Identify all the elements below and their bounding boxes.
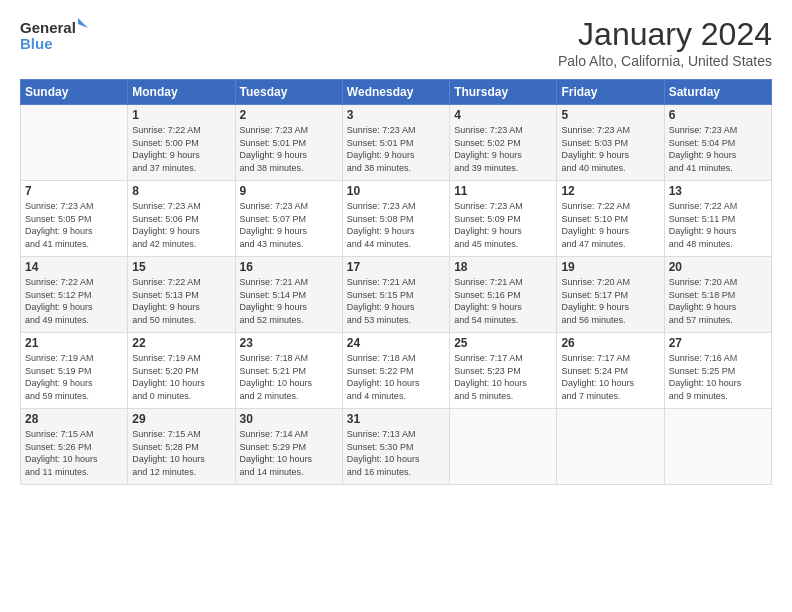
day-info: Sunrise: 7:13 AM Sunset: 5:30 PM Dayligh…	[347, 428, 445, 478]
day-info: Sunrise: 7:20 AM Sunset: 5:18 PM Dayligh…	[669, 276, 767, 326]
table-row: 8Sunrise: 7:23 AM Sunset: 5:06 PM Daylig…	[128, 181, 235, 257]
calendar-week-row: 28Sunrise: 7:15 AM Sunset: 5:26 PM Dayli…	[21, 409, 772, 485]
table-row	[450, 409, 557, 485]
day-number: 18	[454, 260, 552, 274]
table-row: 1Sunrise: 7:22 AM Sunset: 5:00 PM Daylig…	[128, 105, 235, 181]
calendar-week-row: 7Sunrise: 7:23 AM Sunset: 5:05 PM Daylig…	[21, 181, 772, 257]
day-number: 3	[347, 108, 445, 122]
day-info: Sunrise: 7:23 AM Sunset: 5:04 PM Dayligh…	[669, 124, 767, 174]
day-info: Sunrise: 7:23 AM Sunset: 5:07 PM Dayligh…	[240, 200, 338, 250]
day-info: Sunrise: 7:19 AM Sunset: 5:19 PM Dayligh…	[25, 352, 123, 402]
day-number: 12	[561, 184, 659, 198]
day-info: Sunrise: 7:14 AM Sunset: 5:29 PM Dayligh…	[240, 428, 338, 478]
table-row: 17Sunrise: 7:21 AM Sunset: 5:15 PM Dayli…	[342, 257, 449, 333]
col-sunday: Sunday	[21, 80, 128, 105]
table-row: 2Sunrise: 7:23 AM Sunset: 5:01 PM Daylig…	[235, 105, 342, 181]
calendar-body: 1Sunrise: 7:22 AM Sunset: 5:00 PM Daylig…	[21, 105, 772, 485]
table-row: 7Sunrise: 7:23 AM Sunset: 5:05 PM Daylig…	[21, 181, 128, 257]
day-number: 13	[669, 184, 767, 198]
day-info: Sunrise: 7:23 AM Sunset: 5:05 PM Dayligh…	[25, 200, 123, 250]
day-number: 7	[25, 184, 123, 198]
day-number: 2	[240, 108, 338, 122]
day-number: 10	[347, 184, 445, 198]
day-info: Sunrise: 7:23 AM Sunset: 5:01 PM Dayligh…	[347, 124, 445, 174]
table-row: 13Sunrise: 7:22 AM Sunset: 5:11 PM Dayli…	[664, 181, 771, 257]
day-number: 22	[132, 336, 230, 350]
day-number: 26	[561, 336, 659, 350]
svg-marker-2	[78, 18, 88, 28]
table-row: 18Sunrise: 7:21 AM Sunset: 5:16 PM Dayli…	[450, 257, 557, 333]
col-friday: Friday	[557, 80, 664, 105]
col-thursday: Thursday	[450, 80, 557, 105]
day-info: Sunrise: 7:22 AM Sunset: 5:11 PM Dayligh…	[669, 200, 767, 250]
day-number: 14	[25, 260, 123, 274]
logo-svg: General Blue	[20, 16, 90, 54]
table-row: 12Sunrise: 7:22 AM Sunset: 5:10 PM Dayli…	[557, 181, 664, 257]
calendar-week-row: 1Sunrise: 7:22 AM Sunset: 5:00 PM Daylig…	[21, 105, 772, 181]
table-row: 28Sunrise: 7:15 AM Sunset: 5:26 PM Dayli…	[21, 409, 128, 485]
day-number: 4	[454, 108, 552, 122]
col-tuesday: Tuesday	[235, 80, 342, 105]
calendar-header-row: Sunday Monday Tuesday Wednesday Thursday…	[21, 80, 772, 105]
day-info: Sunrise: 7:16 AM Sunset: 5:25 PM Dayligh…	[669, 352, 767, 402]
calendar-week-row: 14Sunrise: 7:22 AM Sunset: 5:12 PM Dayli…	[21, 257, 772, 333]
day-info: Sunrise: 7:22 AM Sunset: 5:00 PM Dayligh…	[132, 124, 230, 174]
day-number: 5	[561, 108, 659, 122]
day-number: 30	[240, 412, 338, 426]
table-row: 15Sunrise: 7:22 AM Sunset: 5:13 PM Dayli…	[128, 257, 235, 333]
day-info: Sunrise: 7:21 AM Sunset: 5:14 PM Dayligh…	[240, 276, 338, 326]
table-row: 14Sunrise: 7:22 AM Sunset: 5:12 PM Dayli…	[21, 257, 128, 333]
day-number: 11	[454, 184, 552, 198]
header: General Blue January 2024 Palo Alto, Cal…	[20, 16, 772, 69]
table-row: 22Sunrise: 7:19 AM Sunset: 5:20 PM Dayli…	[128, 333, 235, 409]
title-area: January 2024 Palo Alto, California, Unit…	[558, 16, 772, 69]
table-row	[21, 105, 128, 181]
table-row	[664, 409, 771, 485]
day-number: 31	[347, 412, 445, 426]
day-info: Sunrise: 7:15 AM Sunset: 5:28 PM Dayligh…	[132, 428, 230, 478]
day-number: 28	[25, 412, 123, 426]
day-info: Sunrise: 7:23 AM Sunset: 5:02 PM Dayligh…	[454, 124, 552, 174]
day-number: 16	[240, 260, 338, 274]
table-row: 26Sunrise: 7:17 AM Sunset: 5:24 PM Dayli…	[557, 333, 664, 409]
table-row: 24Sunrise: 7:18 AM Sunset: 5:22 PM Dayli…	[342, 333, 449, 409]
svg-text:General: General	[20, 19, 76, 36]
day-number: 29	[132, 412, 230, 426]
logo: General Blue	[20, 16, 90, 54]
col-saturday: Saturday	[664, 80, 771, 105]
day-number: 9	[240, 184, 338, 198]
day-info: Sunrise: 7:21 AM Sunset: 5:16 PM Dayligh…	[454, 276, 552, 326]
day-info: Sunrise: 7:21 AM Sunset: 5:15 PM Dayligh…	[347, 276, 445, 326]
table-row: 4Sunrise: 7:23 AM Sunset: 5:02 PM Daylig…	[450, 105, 557, 181]
day-info: Sunrise: 7:23 AM Sunset: 5:09 PM Dayligh…	[454, 200, 552, 250]
day-number: 1	[132, 108, 230, 122]
col-monday: Monday	[128, 80, 235, 105]
table-row: 30Sunrise: 7:14 AM Sunset: 5:29 PM Dayli…	[235, 409, 342, 485]
day-info: Sunrise: 7:18 AM Sunset: 5:22 PM Dayligh…	[347, 352, 445, 402]
day-info: Sunrise: 7:22 AM Sunset: 5:10 PM Dayligh…	[561, 200, 659, 250]
table-row: 3Sunrise: 7:23 AM Sunset: 5:01 PM Daylig…	[342, 105, 449, 181]
day-number: 23	[240, 336, 338, 350]
day-number: 8	[132, 184, 230, 198]
day-info: Sunrise: 7:20 AM Sunset: 5:17 PM Dayligh…	[561, 276, 659, 326]
day-info: Sunrise: 7:18 AM Sunset: 5:21 PM Dayligh…	[240, 352, 338, 402]
day-number: 20	[669, 260, 767, 274]
day-number: 21	[25, 336, 123, 350]
table-row: 29Sunrise: 7:15 AM Sunset: 5:28 PM Dayli…	[128, 409, 235, 485]
table-row: 5Sunrise: 7:23 AM Sunset: 5:03 PM Daylig…	[557, 105, 664, 181]
day-number: 25	[454, 336, 552, 350]
day-number: 24	[347, 336, 445, 350]
day-info: Sunrise: 7:17 AM Sunset: 5:24 PM Dayligh…	[561, 352, 659, 402]
day-number: 19	[561, 260, 659, 274]
table-row: 9Sunrise: 7:23 AM Sunset: 5:07 PM Daylig…	[235, 181, 342, 257]
table-row: 10Sunrise: 7:23 AM Sunset: 5:08 PM Dayli…	[342, 181, 449, 257]
table-row: 21Sunrise: 7:19 AM Sunset: 5:19 PM Dayli…	[21, 333, 128, 409]
page: General Blue January 2024 Palo Alto, Cal…	[0, 0, 792, 612]
calendar-table: Sunday Monday Tuesday Wednesday Thursday…	[20, 79, 772, 485]
day-info: Sunrise: 7:23 AM Sunset: 5:03 PM Dayligh…	[561, 124, 659, 174]
table-row: 11Sunrise: 7:23 AM Sunset: 5:09 PM Dayli…	[450, 181, 557, 257]
table-row: 16Sunrise: 7:21 AM Sunset: 5:14 PM Dayli…	[235, 257, 342, 333]
day-info: Sunrise: 7:17 AM Sunset: 5:23 PM Dayligh…	[454, 352, 552, 402]
day-info: Sunrise: 7:15 AM Sunset: 5:26 PM Dayligh…	[25, 428, 123, 478]
table-row: 31Sunrise: 7:13 AM Sunset: 5:30 PM Dayli…	[342, 409, 449, 485]
